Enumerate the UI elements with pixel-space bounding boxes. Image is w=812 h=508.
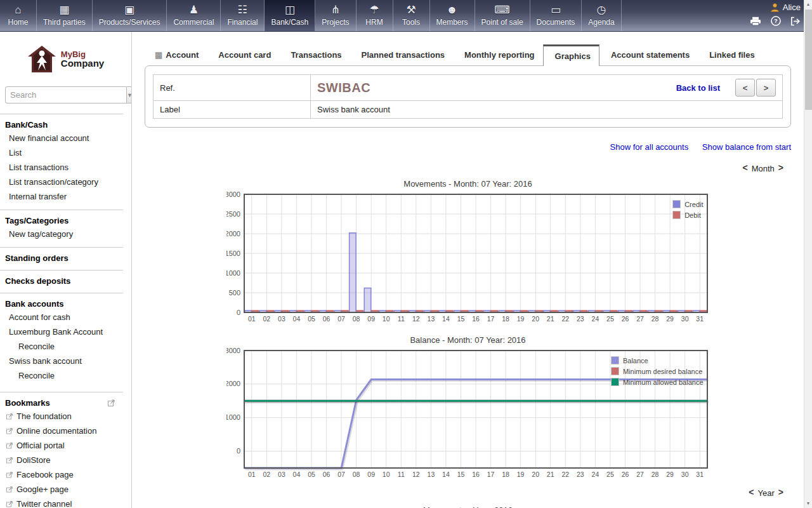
bookmark-item[interactable]: Official portal xyxy=(0,438,131,453)
logout-icon[interactable] xyxy=(790,17,801,26)
svg-text:19: 19 xyxy=(516,471,524,478)
svg-text:13: 13 xyxy=(427,315,435,323)
account-label-value: Swiss bank account xyxy=(311,101,783,119)
search-dropdown-button[interactable]: ▼ xyxy=(126,86,132,104)
user-menu[interactable]: Alice xyxy=(770,3,801,12)
svg-text:11: 11 xyxy=(397,471,404,478)
navbar-tab-label: Projects xyxy=(322,18,349,27)
navbar-tab[interactable]: ⚒ Tools xyxy=(393,0,430,31)
sidebar-item[interactable]: New financial account xyxy=(0,131,131,145)
account-tab[interactable]: Transactions xyxy=(279,44,350,65)
navbar-tab[interactable]: ▦ Third parties xyxy=(37,0,93,31)
svg-text:2000: 2000 xyxy=(226,380,240,387)
external-link-icon xyxy=(6,457,13,464)
account-tab[interactable]: ▦ Account xyxy=(147,44,207,65)
sidebar-item[interactable]: Reconcile xyxy=(0,368,131,383)
account-tab[interactable]: Linked files xyxy=(698,44,763,65)
sidebar-item[interactable]: List transaction/category xyxy=(0,175,131,189)
month-navigation: <Month> xyxy=(145,163,791,173)
sidebar-item[interactable]: Reconcile xyxy=(0,339,131,354)
legend-label: Debit xyxy=(684,211,701,219)
account-tab[interactable]: Account statements xyxy=(599,44,698,65)
navbar-tab[interactable]: ⋔ Projects xyxy=(315,0,356,31)
svg-text:16: 16 xyxy=(472,315,480,323)
navbar-tab[interactable]: ♟ Commercial xyxy=(167,0,221,31)
bookmark-item[interactable]: Google+ page xyxy=(0,482,131,497)
navbar-tab[interactable]: ☷ Financial xyxy=(221,0,265,31)
previous-year-arrow[interactable]: < xyxy=(745,487,757,497)
bookmark-item[interactable]: Online documentation xyxy=(0,424,131,438)
show-all-accounts-link[interactable]: Show for all accounts xyxy=(610,142,689,152)
external-link-icon xyxy=(6,486,13,493)
scroll-up-arrow[interactable]: ▲ xyxy=(804,0,812,9)
svg-text:1000: 1000 xyxy=(226,413,240,421)
scroll-thumb[interactable] xyxy=(805,10,812,110)
navbar-tab-icon: ☷ xyxy=(238,3,247,17)
svg-text:26: 26 xyxy=(621,315,629,323)
sidebar-item[interactable]: Swiss bank account xyxy=(0,354,131,368)
svg-text:05: 05 xyxy=(308,471,315,478)
top-navbar: ⌂ Home ▦ Third parties ▣ Products/Servic… xyxy=(0,0,812,32)
previous-record-button[interactable]: < xyxy=(735,79,755,97)
bookmark-item[interactable]: DoliStore xyxy=(0,453,131,467)
bookmark-item[interactable]: The foundation xyxy=(0,409,131,424)
navbar-right: Alice ? xyxy=(750,3,801,26)
navbar-tab[interactable]: ▣ Products/Services xyxy=(93,0,167,31)
print-icon[interactable] xyxy=(750,17,761,26)
balance-chart: 0100020003000010203040506070809101112131… xyxy=(226,348,710,483)
bookmark-item[interactable]: Twitter channel xyxy=(0,497,131,508)
sidebar-section-bank-accounts[interactable]: Bank accounts xyxy=(0,293,131,310)
navbar-tab[interactable]: ▭ Documents xyxy=(530,0,582,31)
next-record-button[interactable]: > xyxy=(756,79,776,97)
legend-item: Minimum desired balance xyxy=(611,367,704,375)
account-tab[interactable]: Graphics xyxy=(543,44,599,66)
navbar-tab-label: Third parties xyxy=(43,18,86,27)
user-name: Alice xyxy=(783,3,801,12)
back-to-list-link[interactable]: Back to list xyxy=(676,83,720,93)
account-tab-label: Monthly reporting xyxy=(464,50,535,60)
bookmark-label: DoliStore xyxy=(16,455,50,465)
bookmark-item[interactable]: Facebook page xyxy=(0,467,131,482)
next-month-arrow[interactable]: > xyxy=(775,163,787,173)
sidebar-section-standing-orders[interactable]: Standing orders xyxy=(0,248,131,264)
navbar-tab[interactable]: ☻ Members xyxy=(430,0,475,31)
previous-month-arrow[interactable]: < xyxy=(738,163,751,173)
legend-color-swatch xyxy=(611,356,619,364)
help-icon[interactable]: ? xyxy=(771,16,781,26)
navbar-tab[interactable]: ⌂ Home xyxy=(0,0,37,31)
navbar-tab-icon: ♟ xyxy=(189,3,199,17)
sidebar-section-bookmarks[interactable]: Bookmarks xyxy=(0,392,131,409)
svg-text:12: 12 xyxy=(412,471,419,478)
search-input[interactable] xyxy=(5,86,126,104)
company-logo[interactable]: MyBig Company xyxy=(0,45,131,73)
add-bookmark-icon[interactable] xyxy=(108,399,115,406)
page-scrollbar[interactable]: ▲ ▼ xyxy=(804,0,812,508)
show-balance-from-start-link[interactable]: Show balance from start xyxy=(702,142,791,152)
account-tab-label: Graphics xyxy=(555,51,591,61)
sidebar-item[interactable]: List transactions xyxy=(0,160,131,175)
table-row: Label Swiss bank account xyxy=(154,101,783,119)
navbar-tab[interactable]: ☂ HRM xyxy=(357,0,393,31)
account-tab[interactable]: Planned transactions xyxy=(350,44,453,65)
svg-text:20: 20 xyxy=(532,471,539,478)
sidebar-section-bank-cash[interactable]: Bank/Cash xyxy=(0,114,131,131)
next-year-arrow[interactable]: > xyxy=(775,487,787,497)
legend-color-swatch xyxy=(611,378,619,386)
navbar-tab[interactable]: ◷ Agenda xyxy=(582,0,621,31)
sidebar-section-tags[interactable]: Tags/Categories xyxy=(0,210,131,227)
svg-text:15: 15 xyxy=(457,315,464,323)
svg-text:1000: 1000 xyxy=(226,269,240,277)
account-tab[interactable]: Account card xyxy=(207,44,279,65)
sidebar-item[interactable]: Account for cash xyxy=(0,310,131,324)
year-movements-chart-title: Movements - Year: 2016 xyxy=(145,505,791,508)
sidebar-item[interactable]: Luxemburg Bank Account xyxy=(0,324,131,339)
scroll-down-arrow[interactable]: ▼ xyxy=(804,499,812,508)
navbar-tab[interactable]: ◫ Bank/Cash xyxy=(265,0,315,31)
sidebar-item[interactable]: Internal transfer xyxy=(0,189,131,204)
sidebar-item[interactable]: List xyxy=(0,145,131,160)
sidebar-section-checks-deposits[interactable]: Checks deposits xyxy=(0,271,131,287)
svg-text:22: 22 xyxy=(561,471,569,478)
account-tab[interactable]: Monthly reporting xyxy=(453,44,543,65)
sidebar-item[interactable]: New tag/category xyxy=(0,227,131,241)
navbar-tab[interactable]: ⌨ Point of sale xyxy=(475,0,530,31)
